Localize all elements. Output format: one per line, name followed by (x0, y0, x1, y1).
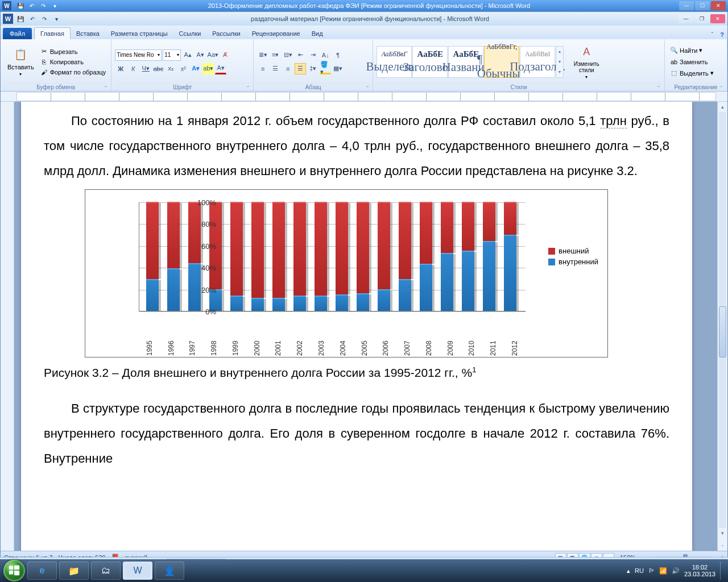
tab-insert[interactable]: Вставка (71, 28, 105, 39)
embedded-chart[interactable]: 1995199619971998199920002001200220032004… (85, 189, 608, 357)
body-text: трлн (600, 114, 627, 128)
minimize-button[interactable]: — (679, 14, 693, 23)
group-label-editing: Редактирование (668, 83, 723, 91)
taskbar-ie-icon[interactable]: e (27, 562, 57, 580)
legend-label: внешний (559, 247, 589, 255)
highlight-icon[interactable]: ab▾ (202, 63, 214, 74)
save-icon[interactable]: 💾 (16, 1, 25, 10)
clear-formatting-icon[interactable]: Ⱥ (220, 49, 231, 61)
qat-dropdown-icon[interactable]: ▾ (51, 14, 61, 24)
legend-label: внутренний (559, 257, 598, 266)
styles-gallery[interactable]: АаБбВвГВыделение АаБбЕЗаголово... АаБбЕН… (377, 46, 564, 78)
find-button[interactable]: 🔍Найти ▾ (668, 46, 715, 55)
text-effects-icon[interactable]: A▾ (190, 63, 201, 74)
paste-button[interactable]: 📋 Вставить ▾ (4, 40, 38, 83)
change-styles-button[interactable]: A Изменить стили ▾ (568, 43, 605, 81)
redo-icon[interactable]: ↷ (39, 1, 48, 10)
restore-button[interactable]: ❐ (694, 14, 709, 23)
numbering-icon[interactable]: ≡▾ (270, 49, 281, 61)
undo-icon[interactable]: ↶ (27, 14, 38, 24)
multilevel-list-icon[interactable]: ⊟▾ (282, 49, 293, 61)
align-left-icon[interactable]: ≡ (257, 63, 268, 74)
qat-dropdown-icon[interactable]: ▾ (50, 1, 59, 10)
font-color-icon[interactable]: A▾ (215, 63, 226, 74)
scrollbar-thumb[interactable] (719, 306, 726, 357)
tab-review[interactable]: Рецензирование (246, 28, 306, 39)
copy-button[interactable]: ⎘Копировать (39, 57, 108, 66)
underline-icon[interactable]: Ч▾ (140, 63, 151, 74)
chart-x-tick: 1999 (231, 341, 239, 356)
taskbar-word-icon[interactable]: W (123, 562, 152, 580)
taskbar-app-icon[interactable]: 👤 (155, 562, 184, 580)
grow-font-icon[interactable]: A▴ (182, 49, 193, 61)
vertical-scrollbar[interactable]: ▴ ▾ ◦ (717, 102, 727, 551)
document-page[interactable]: По состоянию на 1 января 2012 г. объем г… (21, 102, 692, 551)
tray-clock[interactable]: 18:02 23.03.2013 (684, 564, 715, 577)
undo-icon[interactable]: ↶ (27, 1, 36, 10)
decrease-indent-icon[interactable]: ⇤ (295, 49, 306, 61)
scroll-down-icon[interactable]: ▾ (718, 528, 727, 538)
justify-icon[interactable]: ☰ (295, 63, 306, 74)
tab-view[interactable]: Вид (306, 28, 329, 39)
tray-network-icon[interactable]: 📶 (659, 567, 667, 575)
vertical-ruler[interactable] (1, 102, 14, 551)
sort-icon[interactable]: A↓ (320, 49, 331, 61)
superscript-icon[interactable]: x² (177, 63, 189, 74)
tray-volume-icon[interactable]: 🔊 (672, 567, 680, 575)
taskbar-explorer-icon[interactable]: 📁 (59, 562, 89, 580)
language-indicator[interactable]: RU (635, 567, 644, 574)
show-desktop-button[interactable] (720, 562, 725, 580)
tab-references[interactable]: Ссылки (173, 28, 207, 39)
chart-x-tick: 2011 (489, 341, 497, 356)
system-tray: ▴ RU 🏳 📶 🔊 18:02 23.03.2013 (627, 562, 725, 580)
align-right-icon[interactable]: ≡ (282, 63, 293, 74)
tray-show-hidden-icon[interactable]: ▴ (627, 567, 630, 575)
horizontal-ruler[interactable] (16, 92, 716, 101)
borders-icon[interactable]: ▦▾ (332, 63, 344, 74)
italic-icon[interactable]: К (127, 63, 139, 74)
style-item[interactable]: АаБбВвІПодзагол... (520, 46, 555, 78)
maximize-button[interactable]: ☐ (695, 1, 710, 10)
align-center-icon[interactable]: ☰ (270, 63, 281, 74)
close-button[interactable]: ✕ (711, 1, 726, 10)
change-case-icon[interactable]: Aa▾ (207, 49, 218, 61)
file-tab[interactable]: Файл (3, 28, 32, 39)
select-button[interactable]: ⬚Выделить ▾ (668, 69, 715, 78)
format-painter-button[interactable]: 🖌Формат по образцу (39, 68, 108, 77)
redo-icon[interactable]: ↷ (39, 14, 49, 24)
styles-scroll[interactable]: ▴▾▾ (556, 46, 564, 78)
tab-home[interactable]: Главная (34, 27, 71, 39)
help-icon[interactable]: ? (717, 30, 727, 39)
line-spacing-icon[interactable]: ‡▾ (307, 63, 318, 74)
tab-page-layout[interactable]: Разметка страницы (105, 28, 173, 39)
scroll-up-icon[interactable]: ▴ (718, 102, 727, 112)
shrink-font-icon[interactable]: A▾ (195, 49, 206, 61)
outer-window-titlebar: W 💾 ↶ ↷ ▾ 2013-Оформление дипломных рабо… (0, 0, 728, 11)
shading-icon[interactable]: 🪣▾ (320, 63, 331, 74)
strikethrough-icon[interactable]: abc (152, 63, 164, 74)
replace-button[interactable]: abЗаменить (668, 57, 715, 66)
font-size-combo[interactable]: 11▾ (163, 49, 181, 61)
copy-icon: ⎘ (40, 58, 48, 66)
windows-taskbar: e 📁 🗂 W 👤 ▴ RU 🏳 📶 🔊 18:02 23.03.2013 (0, 559, 728, 582)
taskbar-folder-icon[interactable]: 🗂 (91, 562, 121, 580)
font-name-combo[interactable]: Times New Ro▾ (115, 49, 162, 61)
subscript-icon[interactable]: x₂ (165, 63, 176, 74)
chart-x-tick: 2007 (403, 341, 411, 356)
show-marks-icon[interactable]: ¶ (332, 49, 344, 61)
increase-indent-icon[interactable]: ⇥ (307, 49, 318, 61)
chart-x-tick: 2010 (468, 341, 475, 356)
chart-x-axis: 1995199619971998199920002001200220032004… (139, 332, 526, 352)
tray-flag-icon[interactable]: 🏳 (648, 567, 655, 574)
save-icon[interactable]: 💾 (15, 14, 26, 24)
minimize-ribbon-icon[interactable]: ˇ (708, 30, 717, 39)
cut-button[interactable]: ✂Вырезать (39, 47, 108, 56)
minimize-button[interactable]: — (679, 1, 694, 10)
browse-object-icon[interactable]: ◦ (718, 541, 727, 551)
tab-mailings[interactable]: Рассылки (206, 28, 246, 39)
bold-icon[interactable]: Ж (115, 63, 126, 74)
start-button[interactable] (3, 560, 25, 581)
legend-swatch-blue (548, 259, 555, 265)
close-button[interactable]: ✕ (710, 14, 725, 23)
bullets-icon[interactable]: ≣▾ (257, 49, 268, 61)
